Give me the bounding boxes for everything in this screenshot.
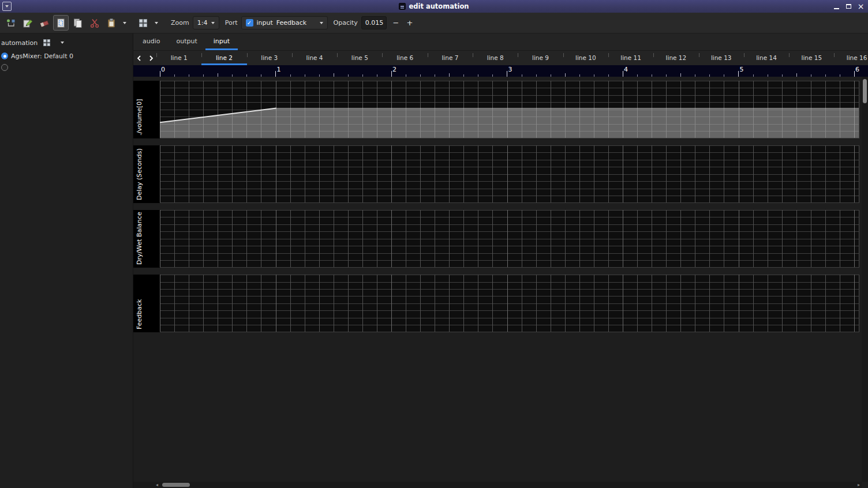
lane-label: Feedback <box>133 275 160 332</box>
line-tab[interactable]: line 8 <box>473 51 518 65</box>
lane-label: ./volume[0] <box>133 81 160 138</box>
chevron-down-icon <box>155 22 158 24</box>
line-tab[interactable]: line 15 <box>789 51 834 65</box>
lane-dry-wet: Dry/Wet Balance <box>133 210 859 268</box>
automation-machine-icon[interactable] <box>43 39 51 47</box>
machine-radio-row[interactable] <box>0 62 133 73</box>
select-icon <box>56 18 66 28</box>
position-icon <box>6 18 16 28</box>
opacity-label: Opacity <box>334 19 358 27</box>
select-tool-button[interactable] <box>53 15 69 31</box>
lane-feedback: Feedback <box>133 275 859 332</box>
matrix-icon <box>138 18 148 28</box>
lane-volume: ./volume[0] <box>133 81 859 138</box>
ruler-mark: 2 <box>392 66 396 73</box>
machine-radio-label: AgsMixer: Default 0 <box>11 52 73 60</box>
zoom-value: 1:4 <box>197 19 208 27</box>
line-tab[interactable]: line 16 <box>834 51 868 65</box>
line-tab-bar: line 1 line 2 line 3 line 4 line 5 line … <box>133 51 868 65</box>
volume-automation-curve <box>160 81 859 138</box>
lane-delay: Delay (Seconds) <box>133 145 859 203</box>
scroll-left-button[interactable] <box>136 53 143 63</box>
line-tab[interactable]: line 2 <box>201 51 246 65</box>
scope-notebook: audio output input <box>133 33 868 51</box>
vertical-scrollbar-thumb[interactable] <box>863 79 867 103</box>
line-tab[interactable]: line 7 <box>428 51 473 65</box>
maximize-icon <box>846 4 851 9</box>
delay-automation-grid[interactable] <box>160 145 859 203</box>
opacity-decrease-button[interactable]: − <box>389 16 403 29</box>
machine-radio-row[interactable]: AgsMixer: Default 0 <box>0 50 133 62</box>
line-tab[interactable]: line 3 <box>247 51 292 65</box>
line-tab[interactable]: line 11 <box>608 51 653 65</box>
lane-label: Delay (Seconds) <box>133 145 160 203</box>
automation-editor: audio output input line 1 line 2 line 3 … <box>133 33 868 488</box>
volume-automation-grid[interactable] <box>160 81 859 138</box>
line-tab[interactable]: line 10 <box>563 51 608 65</box>
automation-header: automation <box>0 33 133 50</box>
ruler-mark: 0 <box>161 66 165 73</box>
scroll-left-arrow-icon[interactable]: ◂ <box>156 483 158 487</box>
position-tool-button[interactable] <box>3 15 18 31</box>
tab-output[interactable]: output <box>168 33 205 50</box>
body: automation AgsMixer: Default 0 <box>0 33 868 488</box>
line-tab[interactable]: line 1 <box>156 51 201 65</box>
line-tab[interactable]: line 6 <box>382 51 427 65</box>
machine-radio-unselected[interactable] <box>1 64 8 71</box>
ruler-mark: 3 <box>508 66 512 73</box>
copy-tool-button[interactable] <box>70 15 85 31</box>
opacity-value: 0.015 <box>365 19 384 27</box>
horizontal-scrollbar[interactable]: ◂ ▸ <box>133 482 862 488</box>
line-tab-arrows <box>133 51 156 65</box>
chevron-down-icon <box>123 22 126 24</box>
opacity-increase-button[interactable]: + <box>403 16 417 29</box>
titlebar: edit automation × <box>0 0 868 13</box>
tool-popup-button[interactable] <box>135 15 151 31</box>
vertical-scrollbar[interactable] <box>862 77 868 482</box>
dry-wet-automation-grid[interactable] <box>160 210 859 268</box>
clear-tool-button[interactable] <box>36 15 52 31</box>
window-title-area: edit automation <box>0 0 868 13</box>
port-combo[interactable]: ✓ input Feedback <box>241 16 328 29</box>
machine-radio-selected[interactable] <box>1 52 8 59</box>
port-checkbox[interactable]: ✓ <box>246 19 253 27</box>
cut-tool-button[interactable] <box>87 15 102 31</box>
line-tab[interactable]: line 9 <box>518 51 563 65</box>
automation-label: automation <box>1 39 38 47</box>
copy-icon <box>73 18 83 28</box>
minus-icon: − <box>392 18 399 27</box>
maximize-button[interactable] <box>843 1 854 12</box>
line-tab[interactable]: line 12 <box>653 51 698 65</box>
close-button[interactable]: × <box>855 1 866 12</box>
pencil-icon <box>23 18 33 28</box>
window-title: edit automation <box>409 0 469 13</box>
line-tab[interactable]: line 4 <box>292 51 337 65</box>
line-tab[interactable]: line 5 <box>337 51 382 65</box>
scroll-right-arrow-icon[interactable]: ▸ <box>858 483 860 487</box>
ruler-mark: 1 <box>277 66 281 73</box>
ruler-mark: 4 <box>624 66 628 73</box>
app-icon <box>399 3 406 10</box>
plus-icon: + <box>406 18 413 27</box>
port-scope: input <box>257 19 273 27</box>
scissors-icon <box>89 18 100 28</box>
port-name: Feedback <box>276 19 306 27</box>
time-ruler: 0 1 2 3 4 5 6 <box>133 65 868 77</box>
automation-dropdown-caret[interactable] <box>61 42 64 44</box>
scroll-right-button[interactable] <box>148 53 155 63</box>
tool-popup-dropdown[interactable] <box>152 15 160 31</box>
tab-input[interactable]: input <box>205 33 238 50</box>
zoom-combo[interactable]: 1:4 <box>193 16 219 29</box>
opacity-input[interactable]: 0.015 <box>361 16 387 29</box>
horizontal-scrollbar-thumb[interactable] <box>162 483 190 487</box>
edit-tool-button[interactable] <box>20 15 35 31</box>
automation-lanes: ./volume[0] Delay (Seconds) <box>133 77 868 332</box>
feedback-automation-grid[interactable] <box>160 275 859 332</box>
edit-menu-dropdown[interactable] <box>120 15 129 31</box>
line-tab[interactable]: line 13 <box>699 51 744 65</box>
paste-tool-button[interactable] <box>103 15 119 31</box>
minimize-button[interactable] <box>831 1 842 12</box>
tab-audio[interactable]: audio <box>134 33 168 50</box>
chevron-down-icon <box>211 22 215 24</box>
line-tab[interactable]: line 14 <box>744 51 789 65</box>
